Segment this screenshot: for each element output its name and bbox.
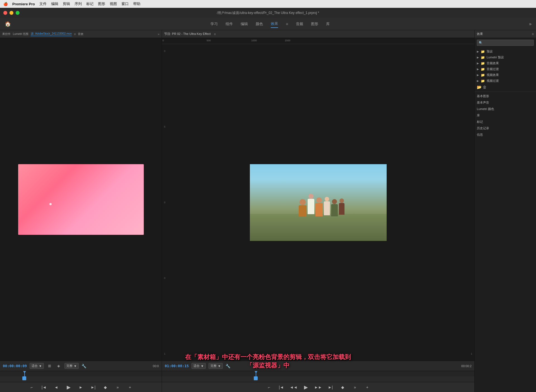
effects-category-audio-fx[interactable]: ▶ 📁 音频效果 <box>475 60 536 66</box>
home-icon[interactable]: 🏠 <box>4 21 11 27</box>
tab-color[interactable]: 颜色 <box>256 20 263 28</box>
effects-section-history[interactable]: 历史记录 <box>475 125 536 132</box>
program-scrubber-head[interactable] <box>254 376 258 380</box>
source-clip-tab[interactable]: 源: AdobeStock_241133002.mov <box>31 32 72 36</box>
tab-graphics[interactable]: 图形 <box>311 20 318 28</box>
program-quality-dropdown[interactable]: 完整 ▼ <box>209 363 223 369</box>
program-next-frame-btn[interactable]: ►► <box>314 383 322 391</box>
effects-search-box[interactable]: 🔍 <box>477 40 534 46</box>
close-button[interactable] <box>3 11 7 15</box>
source-panel-tab-controls[interactable]: 果控件 <box>2 32 11 36</box>
source-fit-dropdown[interactable]: 适合 ▼ <box>30 363 44 369</box>
effects-category-lumetri-presets[interactable]: ▶ 📁 Lumetri 预设 <box>475 54 536 60</box>
effects-category-video-transitions[interactable]: ▶ 📁 视频过渡 <box>475 78 536 84</box>
source-more-btn[interactable]: » <box>114 383 122 391</box>
lumetri-presets-arrow: ▶ <box>477 56 479 59</box>
effects-section-lumetri-color[interactable]: Lumetri 颜色 <box>475 106 536 112</box>
source-monitor-header: 果控件 Lumetri 范围 源: AdobeStock_241133002.m… <box>0 30 162 38</box>
source-play-btn[interactable]: ▶ <box>65 383 73 391</box>
program-play-btn[interactable]: ▶ <box>302 383 310 391</box>
title-path: /用户/mac/桌面/ultra-key-effect/Pr_02_The Ul… <box>217 11 319 15</box>
tab-assembly[interactable]: 组件 <box>226 20 233 28</box>
program-timecode[interactable]: 01:00:08:15 <box>165 364 189 368</box>
maximize-button[interactable] <box>16 11 20 15</box>
source-quality-dropdown[interactable]: 完整 ▼ <box>64 363 79 369</box>
source-scrubber-head[interactable] <box>22 376 26 380</box>
source-export-frame-icon[interactable]: ◈ <box>56 363 62 369</box>
program-fit-dropdown[interactable]: 适合 ▼ <box>192 363 206 369</box>
apple-menu[interactable]: 🍎 <box>3 2 8 6</box>
tab-edit[interactable]: 编辑 <box>241 20 248 28</box>
program-prev-frame-btn[interactable]: ◄◄ <box>290 383 298 391</box>
menu-clip[interactable]: 剪辑 <box>63 1 70 6</box>
effects-search-icon: 🔍 <box>479 41 483 45</box>
effects-section-basic-graphics[interactable]: 基本图形 <box>475 93 536 99</box>
source-playhead <box>24 371 25 376</box>
source-monitor-panel: 果控件 Lumetri 范围 源: AdobeStock_241133002.m… <box>0 30 162 392</box>
source-timecode[interactable]: 00:00:00:09 <box>3 364 27 368</box>
source-go-to-out-btn[interactable]: ►| <box>89 383 97 391</box>
program-menu-icon[interactable]: ≡ <box>214 32 216 36</box>
source-scrubber[interactable] <box>0 376 162 382</box>
source-time-right: 00:0 <box>153 364 159 368</box>
menu-view[interactable]: 视图 <box>110 1 117 6</box>
effects-menu-icon[interactable]: ≡ <box>532 32 534 36</box>
program-add-btn[interactable]: + <box>363 383 371 391</box>
program-scrubber[interactable] <box>162 376 474 382</box>
source-next-frame-btn[interactable]: ► <box>77 383 85 391</box>
menu-edit[interactable]: 编辑 <box>51 1 58 6</box>
program-go-to-in-btn[interactable]: |◄ <box>277 383 285 391</box>
video-fx-label: 视频效果 <box>487 73 499 77</box>
source-mark-in-btn[interactable]: ⌐ <box>28 383 36 391</box>
source-prev-frame-btn[interactable]: ◄ <box>52 383 60 391</box>
source-lumetri-tab[interactable]: Lumetri 范围 <box>13 32 28 36</box>
audio-fx-arrow: ▶ <box>477 62 479 65</box>
video-tr-arrow: ▶ <box>477 79 479 82</box>
tab-libraries[interactable]: 库 <box>326 20 330 28</box>
menu-window[interactable]: 窗口 <box>121 1 129 6</box>
menu-graphics[interactable]: 图形 <box>98 1 105 6</box>
video-fx-folder-icon: 📁 <box>481 73 485 77</box>
program-mark-in-btn[interactable]: ⌐ <box>265 383 273 391</box>
effects-category-presets[interactable]: ▶ 📁 预设 <box>475 49 536 54</box>
program-timeline-playhead <box>256 371 256 376</box>
effects-new-folder-icon[interactable]: 📂 <box>477 85 482 89</box>
menu-file[interactable]: 文件 <box>39 1 47 6</box>
lumetri-presets-label: Lumetri 预设 <box>487 55 504 59</box>
tab-learn[interactable]: 学习 <box>210 20 218 28</box>
effects-section-library[interactable]: 库 <box>475 112 536 119</box>
tab-effects[interactable]: 效果 <box>271 20 278 28</box>
ruler-label-500: 500 <box>207 39 211 42</box>
source-audio-tab[interactable]: 音效 <box>78 32 83 36</box>
source-add-marker-btn[interactable]: ◆ <box>102 383 109 391</box>
source-tab-menu-icon[interactable]: ≡ <box>74 32 76 36</box>
toolbar: 🏠 学习 组件 编辑 颜色 效果 ≡ 音频 图形 库 » <box>0 18 536 30</box>
program-add-marker-btn[interactable]: ◆ <box>339 383 347 391</box>
effects-section-essential-sound[interactable]: 基本声音 <box>475 99 536 106</box>
effects-category-video-fx[interactable]: ▶ 📁 视频效果 <box>475 72 536 78</box>
source-add-btn[interactable]: + <box>126 383 134 391</box>
program-timecode-bar: 01:00:08:15 适合 ▼ 完整 ▼ 🔧 00:00:2 <box>162 361 474 371</box>
minimize-button[interactable] <box>9 11 13 15</box>
titlebar: /用户/mac/桌面/ultra-key-effect/Pr_02_The Ul… <box>0 8 536 18</box>
effects-delete-icon[interactable]: 🗑 <box>483 85 487 89</box>
effects-section-info[interactable]: 信息 <box>475 132 536 138</box>
program-go-to-out-btn[interactable]: ►| <box>327 383 334 391</box>
source-expand-icon[interactable]: » <box>158 32 159 36</box>
effects-search-input[interactable] <box>483 41 532 44</box>
tab-audio[interactable]: 音频 <box>296 20 303 28</box>
program-wrench-icon[interactable]: 🔧 <box>226 364 230 368</box>
menu-marker[interactable]: 标记 <box>86 1 94 6</box>
menu-help[interactable]: 帮助 <box>133 1 140 6</box>
effects-divider-icon: ≡ <box>286 22 288 26</box>
effects-section-markers[interactable]: 标记 <box>475 119 536 125</box>
library-label: 库 <box>477 113 480 118</box>
menu-sequence[interactable]: 序列 <box>75 1 82 6</box>
source-go-to-in-btn[interactable]: |◄ <box>40 383 48 391</box>
toolbar-expand-icon[interactable]: » <box>529 21 532 27</box>
program-more-btn[interactable]: » <box>351 383 359 391</box>
source-wrench-icon[interactable]: 🔧 <box>82 364 86 368</box>
effects-category-audio-transitions[interactable]: ▶ 📁 音频过渡 <box>475 66 536 72</box>
source-settings-icon1[interactable]: ⊞ <box>47 363 53 369</box>
source-video-preview <box>18 164 144 235</box>
